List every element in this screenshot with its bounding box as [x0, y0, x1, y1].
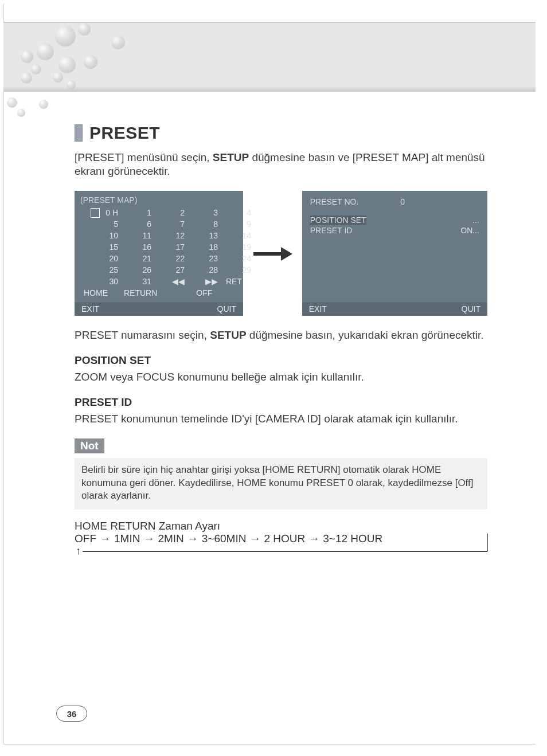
- grid-cell: 17: [159, 242, 185, 252]
- grid-cell: 25: [93, 265, 118, 275]
- after-pre: PRESET numarasını seçin,: [75, 329, 210, 341]
- grid-cell: 4: [226, 208, 251, 217]
- grid-cell: 11: [126, 231, 151, 240]
- grid-cell: 23: [193, 254, 218, 263]
- preset-map-grid: 0 H 1 2 3 4 5 6 7 8 9 10 11 12 13 14 15 …: [93, 208, 237, 286]
- grid-cell: 24: [226, 254, 251, 263]
- seq-item: 2 HOUR: [264, 532, 305, 545]
- grid-cell: 27: [159, 265, 185, 275]
- preset-detail-footer: EXIT QUIT: [302, 302, 487, 316]
- note-tag: Not: [75, 438, 104, 453]
- preset-id-row: PRESET ID ON...: [308, 225, 482, 236]
- grid-cell: 16: [126, 242, 151, 252]
- grid-cell: 10: [93, 231, 118, 240]
- preset-no-value: 0: [400, 197, 405, 206]
- grid-cell: 19: [226, 242, 251, 252]
- preset-id-row-label: PRESET ID: [310, 226, 353, 235]
- seq-item: OFF: [75, 532, 96, 545]
- grid-cell: 31: [126, 277, 151, 286]
- home-return-sequence: OFF → 1MIN → 2MIN → 3~60MIN → 2 HOUR → 3…: [75, 532, 487, 562]
- decorative-bubbles: [3, 23, 153, 120]
- panels-row: (PRESET MAP) 0 H 1 2 3 4 5 6 7 8 9 10 11…: [75, 191, 487, 316]
- grid-cell: 2: [159, 208, 185, 217]
- preset-map-footer: EXIT QUIT: [75, 302, 243, 316]
- grid-cell: 9: [226, 220, 251, 229]
- after-bold: SETUP: [210, 329, 246, 341]
- title-bullet-icon: [75, 124, 83, 142]
- grid-cell: 6: [126, 220, 151, 229]
- section-title-row: PRESET: [75, 123, 487, 143]
- grid-cell: 20: [93, 254, 118, 263]
- after-post: düğmesine basın, yukarıdaki ekran görüne…: [247, 329, 484, 341]
- exit-label: EXIT: [81, 304, 99, 314]
- quit-label: QUIT: [217, 304, 236, 314]
- home-label: HOME: [84, 288, 108, 297]
- content-area: PRESET [PRESET] menüsünü seçin, SETUP dü…: [75, 123, 487, 562]
- arrow-right-icon: →: [187, 532, 198, 545]
- grid-cell: 12: [159, 231, 185, 240]
- arrow-right-icon: →: [249, 532, 260, 545]
- return-label: RETURN: [124, 288, 157, 297]
- preset-no-label: PRESET NO.: [310, 197, 359, 206]
- grid-cell-ret: RET: [226, 277, 251, 286]
- quit-label: QUIT: [462, 304, 480, 314]
- position-set-label: POSITION SET: [310, 216, 366, 225]
- grid-cell: 15: [93, 242, 118, 252]
- grid-cell: 8: [193, 220, 218, 229]
- seq-item: 1MIN: [114, 532, 140, 545]
- intro-bold: SETUP: [213, 151, 249, 163]
- position-set-value: ...: [472, 216, 479, 225]
- after-panels-paragraph: PRESET numarasını seçin, SETUP düğmesine…: [75, 328, 487, 342]
- seq-item: 3~12 HOUR: [323, 532, 382, 545]
- preset-id-body: PRESET konumunun temelinde ID'yi [CAMERA…: [75, 412, 487, 425]
- grid-cell: 5: [93, 220, 118, 229]
- grid-cell: 7: [159, 220, 185, 229]
- grid-cell: 14: [226, 231, 251, 240]
- preset-map-panel: (PRESET MAP) 0 H 1 2 3 4 5 6 7 8 9 10 11…: [75, 191, 243, 316]
- exit-label: EXIT: [309, 304, 327, 314]
- off-label: OFF: [196, 288, 212, 297]
- grid-cell: 30: [93, 277, 118, 286]
- loop-arrow-icon: ↑: [75, 545, 487, 562]
- preset-map-bottom-row: HOME RETURN OFF: [84, 288, 237, 297]
- position-set-row: POSITION SET ...: [308, 215, 482, 225]
- seq-item: 2MIN: [158, 532, 183, 545]
- grid-cell: 1: [126, 208, 151, 217]
- arrow-right-icon: →: [143, 532, 154, 545]
- grid-cell: 13: [193, 231, 218, 240]
- home-return-title: HOME RETURN Zaman Ayarı: [75, 520, 487, 532]
- seq-item: 3~60MIN: [202, 532, 247, 545]
- selection-box-icon: [91, 208, 100, 218]
- position-set-body: ZOOM veya FOCUS konumunu belleğe almak i…: [75, 370, 487, 383]
- preset-id-row-value: ON...: [460, 226, 479, 235]
- grid-cell: 26: [126, 265, 151, 275]
- rewind-icon: ◀◀: [159, 277, 185, 286]
- preset-detail-panel: PRESET NO. 0 POSITION SET ... PRESET ID …: [302, 191, 487, 316]
- grid-cell: 28: [193, 265, 218, 275]
- preset-id-heading: PRESET ID: [75, 396, 487, 409]
- grid-cell: 22: [159, 254, 185, 263]
- grid-cell: 29: [226, 265, 251, 275]
- grid-cell: 18: [193, 242, 218, 252]
- preset-map-title: (PRESET MAP): [80, 195, 237, 205]
- grid-cell: 21: [126, 254, 151, 263]
- note-box: Belirli bir süre için hiç anahtar girişi…: [75, 458, 487, 510]
- arrow-right-icon: →: [100, 532, 111, 545]
- forward-icon: ▶▶: [193, 277, 218, 286]
- arrow-right-icon: [253, 245, 292, 262]
- intro-pre: [PRESET] menüsünü seçin,: [75, 151, 213, 163]
- position-set-heading: POSITION SET: [75, 354, 487, 367]
- page-title: PRESET: [89, 123, 160, 143]
- arrow-right-icon: →: [308, 532, 319, 545]
- grid-cell: 3: [193, 208, 218, 217]
- page-number: 36: [56, 706, 87, 722]
- intro-paragraph: [PRESET] menüsünü seçin, SETUP düğmesine…: [75, 151, 487, 178]
- preset-no-row: PRESET NO. 0: [308, 197, 482, 207]
